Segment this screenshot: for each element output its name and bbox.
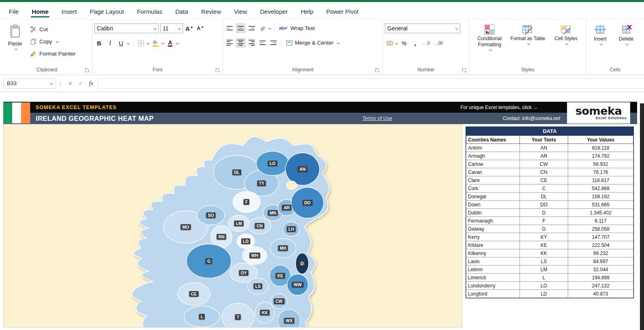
- comma-style-button[interactable]: ,: [410, 39, 420, 48]
- vertical-scrollbar[interactable]: [640, 103, 644, 330]
- menu-tab-developer[interactable]: Developer: [253, 5, 294, 19]
- county-value-cell[interactable]: 32.044: [568, 266, 633, 274]
- menu-tab-page-layout[interactable]: Page Layout: [83, 5, 130, 19]
- county-name-cell[interactable]: Longford: [466, 290, 520, 298]
- menu-tab-insert[interactable]: Insert: [55, 5, 84, 19]
- delete-cells-button[interactable]: Delete: [614, 24, 638, 65]
- align-right-button[interactable]: [247, 38, 256, 47]
- menu-tab-review[interactable]: Review: [195, 5, 228, 19]
- county-name-cell[interactable]: Armagh: [466, 152, 520, 160]
- name-box[interactable]: B33: [3, 78, 56, 89]
- county-value-cell[interactable]: 542.868: [568, 184, 633, 193]
- underline-button[interactable]: U: [116, 39, 126, 48]
- county-label-DO[interactable]: DO: [303, 200, 312, 206]
- county-value-cell[interactable]: 618.118: [568, 144, 633, 152]
- county-value-cell[interactable]: 76.176: [568, 168, 633, 176]
- county-name-cell[interactable]: Galway: [466, 225, 520, 233]
- borders-button[interactable]: [136, 39, 146, 48]
- county-name-cell[interactable]: Leitrim: [466, 266, 520, 274]
- top-align-button[interactable]: [225, 24, 234, 33]
- confirm-entry-button[interactable]: ✓: [75, 78, 86, 89]
- wrap-text-button[interactable]: ab↵ Wrap Text: [278, 24, 316, 32]
- county-name-cell[interactable]: Kerry: [466, 233, 520, 241]
- county-label-MH[interactable]: MH: [278, 245, 288, 251]
- county-name-cell[interactable]: Donegal: [466, 193, 520, 201]
- county-text-cell[interactable]: KY: [519, 233, 568, 241]
- accounting-format-button[interactable]: [385, 39, 394, 48]
- county-text-cell[interactable]: LS: [519, 257, 568, 266]
- county-label-G[interactable]: G: [206, 258, 212, 264]
- county-label-MO[interactable]: MO: [181, 224, 191, 230]
- bold-button[interactable]: B: [94, 39, 104, 48]
- county-label-AN[interactable]: AN: [298, 166, 307, 172]
- county-value-cell[interactable]: 247.132: [568, 282, 633, 290]
- decrease-indent-button[interactable]: [258, 38, 267, 47]
- county-label-L[interactable]: L: [199, 314, 205, 319]
- font-name-combo[interactable]: Calibri: [94, 24, 159, 33]
- italic-button[interactable]: I: [105, 39, 115, 48]
- county-name-cell[interactable]: Laois: [466, 257, 520, 266]
- county-value-cell[interactable]: 531.665: [568, 201, 633, 209]
- county-label-OY[interactable]: OY: [239, 270, 248, 276]
- fill-color-button[interactable]: [151, 39, 160, 48]
- promo-text[interactable]: For unique Excel templates, click →: [460, 105, 538, 110]
- ireland-heat-map[interactable]: DLTYMOSOFMNARLMCNLHRNLDMHWHOYLSCELTKKCWW…: [3, 124, 462, 328]
- county-text-cell[interactable]: KE: [519, 241, 568, 249]
- menu-tab-power-pivot[interactable]: Power Pivot: [320, 5, 365, 19]
- county-text-cell[interactable]: G: [519, 225, 568, 233]
- font-size-combo[interactable]: 11: [160, 24, 183, 33]
- county-name-cell[interactable]: Londonderry: [466, 282, 520, 290]
- alignment-dialog-launcher[interactable]: [376, 69, 379, 72]
- font-color-button[interactable]: A: [165, 39, 175, 48]
- decrease-font-size-button[interactable]: A▼: [196, 24, 205, 33]
- decrease-decimal-button[interactable]: →.00: [432, 39, 444, 48]
- county-text-cell[interactable]: AR: [519, 152, 568, 160]
- copy-button[interactable]: Copy: [29, 37, 77, 46]
- county-text-cell[interactable]: DO: [519, 201, 568, 209]
- county-text-cell[interactable]: F: [519, 217, 568, 225]
- county-value-cell[interactable]: 147.707: [568, 233, 633, 241]
- formula-input[interactable]: [98, 78, 644, 89]
- number-dialog-launcher[interactable]: [462, 69, 466, 72]
- increase-indent-button[interactable]: [269, 38, 278, 47]
- county-name-cell[interactable]: Kilkenny: [466, 249, 520, 257]
- insert-cells-button[interactable]: Insert: [588, 24, 612, 65]
- county-value-cell[interactable]: 40.873: [568, 290, 633, 298]
- county-text-cell[interactable]: CE: [519, 176, 568, 184]
- menu-tab-view[interactable]: View: [228, 5, 253, 19]
- county-value-cell[interactable]: 159.192: [568, 193, 633, 201]
- align-center-button[interactable]: [236, 38, 245, 47]
- formula-bar-handle[interactable]: [58, 81, 63, 86]
- percent-style-button[interactable]: %: [399, 39, 409, 48]
- county-label-WX[interactable]: WX: [284, 318, 294, 324]
- county-label-RN[interactable]: RN: [217, 234, 226, 240]
- county-label-KK[interactable]: KK: [260, 310, 269, 315]
- county-value-cell[interactable]: 1.345.402: [568, 209, 633, 217]
- county-label-CW[interactable]: CW: [274, 298, 284, 304]
- conditional-formatting-button[interactable]: Conditional Formatting: [472, 24, 507, 65]
- county-value-cell[interactable]: 6.117: [568, 217, 633, 225]
- county-label-LS[interactable]: LS: [253, 283, 262, 289]
- county-text-cell[interactable]: D: [519, 209, 568, 217]
- cancel-entry-button[interactable]: ✕: [65, 78, 75, 89]
- county-label-WH[interactable]: WH: [249, 253, 260, 258]
- county-name-cell[interactable]: Dublin: [466, 209, 520, 217]
- county-name-cell[interactable]: Down: [466, 201, 520, 209]
- county-text-cell[interactable]: LO: [519, 282, 568, 290]
- merge-center-button[interactable]: Merge & Center: [285, 39, 341, 47]
- county-name-cell[interactable]: Clare: [466, 176, 520, 184]
- county-name-cell[interactable]: Limerick: [466, 274, 520, 282]
- county-name-cell[interactable]: Fermanagh: [466, 217, 520, 225]
- county-value-cell[interactable]: 222.504: [568, 241, 633, 249]
- format-as-table-button[interactable]: Format as Table: [510, 24, 545, 65]
- county-label-LO[interactable]: LO: [268, 161, 277, 166]
- county-label-DL[interactable]: DL: [232, 169, 241, 175]
- county-label-F[interactable]: F: [244, 199, 249, 205]
- terms-of-use-link[interactable]: Terms of Use: [362, 116, 392, 121]
- county-text-cell[interactable]: LD: [519, 290, 568, 298]
- insert-function-button[interactable]: fx: [86, 78, 97, 89]
- clipboard-dialog-launcher[interactable]: [85, 69, 89, 72]
- orientation-button[interactable]: ab: [258, 24, 267, 33]
- format-painter-button[interactable]: Format Painter: [29, 49, 77, 58]
- county-label-TY[interactable]: TY: [257, 180, 266, 186]
